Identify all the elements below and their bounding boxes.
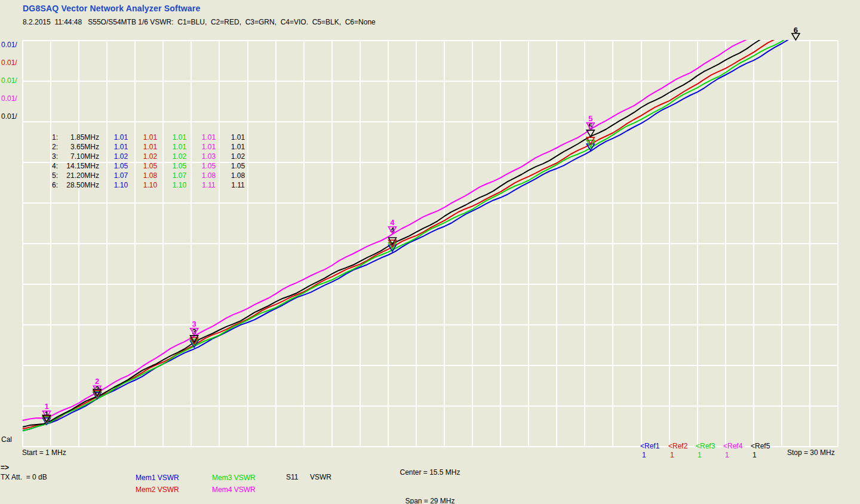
marker-value-c3: 1.01 xyxy=(165,143,194,151)
marker-value-c1: 1.01 xyxy=(106,133,136,142)
marker-value-c4: 1.01 xyxy=(194,143,223,151)
ref1-value: 1 xyxy=(642,451,646,459)
legend-mem3[interactable]: Mem3 VSWR xyxy=(212,474,256,482)
ref4-value: 1 xyxy=(725,451,729,459)
marker-table-row-6: 6:28.50MHz1.101.101.101.111.11 xyxy=(52,180,253,190)
marker-table-row-1: 1:1.85MHz1.011.011.011.011.01 xyxy=(52,133,253,142)
ref2-value: 1 xyxy=(670,451,674,459)
marker-value-c1: 1.07 xyxy=(106,171,136,180)
marker-value-c5: 1.08 xyxy=(223,171,253,180)
scale-label-c4[interactable]: 0.01/ xyxy=(1,94,17,103)
scale-label-c1[interactable]: 0.01/ xyxy=(1,41,17,49)
marker-value-c3: 1.10 xyxy=(165,181,194,189)
ref5-label[interactable]: <Ref5 xyxy=(751,442,770,450)
ref2-label[interactable]: <Ref2 xyxy=(668,442,687,450)
marker-value-c1: 1.02 xyxy=(106,152,136,161)
marker-5[interactable]: 55 xyxy=(586,114,594,150)
marker-6[interactable]: 6 xyxy=(792,26,800,40)
ref3-label[interactable]: <Ref3 xyxy=(696,442,715,450)
trace-mem4-vswr xyxy=(23,0,838,420)
stop-frequency-label[interactable]: Stop = 30 MHz xyxy=(787,449,835,457)
vswr-plot[interactable]: 11223344556 xyxy=(0,0,860,504)
marker-value-c5: 1.01 xyxy=(223,133,253,142)
marker-value-c1: 1.01 xyxy=(106,143,136,151)
marker-table-row-5: 5:21.20MHz1.071.081.071.081.08 xyxy=(52,171,253,180)
marker-number: 6: xyxy=(52,181,62,189)
legend-mem1[interactable]: Mem1 VSWR xyxy=(136,474,179,482)
marker-value-c1: 1.05 xyxy=(106,162,136,170)
span-label[interactable]: Span = 29 MHz xyxy=(370,496,490,504)
marker-number: 4: xyxy=(52,162,62,170)
marker-value-c3: 1.02 xyxy=(165,152,194,161)
scale-label-c3[interactable]: 0.01/ xyxy=(1,76,17,85)
marker-value-c5: 1.05 xyxy=(223,162,253,170)
ref1-label[interactable]: <Ref1 xyxy=(640,442,659,450)
marker-value-c4: 1.01 xyxy=(194,133,223,142)
marker-table-row-2: 2:3.65MHz1.011.011.011.011.01 xyxy=(52,142,253,152)
tx-direction-arrow: => xyxy=(1,464,9,472)
marker-value-c3: 1.01 xyxy=(165,133,194,142)
ref5-value: 1 xyxy=(752,451,757,459)
marker-number: 2: xyxy=(52,143,62,151)
marker-value-c3: 1.05 xyxy=(165,162,194,170)
scale-label-c5[interactable]: 0.01/ xyxy=(1,112,17,121)
marker-value-c2: 1.01 xyxy=(136,143,165,151)
traces xyxy=(23,0,838,431)
marker-frequency: 1.85MHz xyxy=(62,133,99,142)
trace-mem1-vswr xyxy=(23,13,838,431)
ref3-value: 1 xyxy=(698,451,702,459)
plot-grid xyxy=(23,41,838,447)
tx-attenuation-label[interactable]: TX Att. = 0 dB xyxy=(1,474,47,481)
marker-table: 1:1.85MHz1.011.011.011.011.012:3.65MHz1.… xyxy=(52,133,253,190)
marker-value-c2: 1.10 xyxy=(136,181,165,189)
s11-channel-label[interactable]: S11 xyxy=(286,474,298,481)
marker-number: 3: xyxy=(52,152,62,161)
marker-table-row-4: 4:14.15MHz1.051.051.051.051.05 xyxy=(52,161,253,171)
marker-value-c5: 1.11 xyxy=(223,181,253,189)
sweep-info-line: 8.2.2015 11:44:48 S55O/S54MTB 1/6 VSWR: … xyxy=(23,19,376,26)
marker-value-c5: 1.01 xyxy=(223,143,253,151)
legend-mem2[interactable]: Mem2 VSWR xyxy=(136,485,179,494)
marker-table-row-3: 3:7.10MHz1.021.021.021.031.02 xyxy=(52,152,253,161)
marker-frequency: 14.15MHz xyxy=(62,162,99,170)
cal-status-label[interactable]: Cal xyxy=(1,436,12,444)
marker-value-c4: 1.11 xyxy=(194,181,223,189)
marker-value-c3: 1.07 xyxy=(165,171,194,180)
marker-frequency: 3.65MHz xyxy=(62,143,99,151)
marker-number: 1: xyxy=(52,133,62,142)
marker-frequency: 28.50MHz xyxy=(62,181,99,189)
marker-number: 5: xyxy=(52,171,62,180)
center-frequency-label[interactable]: Center = 15.5 MHz xyxy=(370,468,490,477)
legend-mem4[interactable]: Mem4 VSWR xyxy=(212,485,256,494)
scale-label-c2[interactable]: 0.01/ xyxy=(1,59,17,67)
marker-value-c2: 1.05 xyxy=(136,162,165,170)
start-frequency-label[interactable]: Start = 1 MHz xyxy=(22,449,66,457)
marker-value-c1: 1.10 xyxy=(106,181,136,189)
marker-value-c2: 1.02 xyxy=(136,152,165,161)
marker-frequency: 7.10MHz xyxy=(62,152,99,161)
marker-value-c4: 1.03 xyxy=(194,152,223,161)
marker-value-c4: 1.08 xyxy=(194,171,223,180)
ref4-label[interactable]: <Ref4 xyxy=(723,442,742,450)
app-title: DG8SAQ Vector Network Analyzer Software xyxy=(23,5,200,13)
s11-format-label[interactable]: VSWR xyxy=(310,474,331,481)
center-span-block: Center = 15.5 MHz Span = 29 MHz xyxy=(370,448,490,504)
marker-value-c2: 1.08 xyxy=(136,171,165,180)
marker-value-c2: 1.01 xyxy=(136,133,165,142)
marker-value-c5: 1.02 xyxy=(223,152,253,161)
marker-value-c4: 1.05 xyxy=(194,162,223,170)
marker-frequency: 21.20MHz xyxy=(62,171,99,180)
